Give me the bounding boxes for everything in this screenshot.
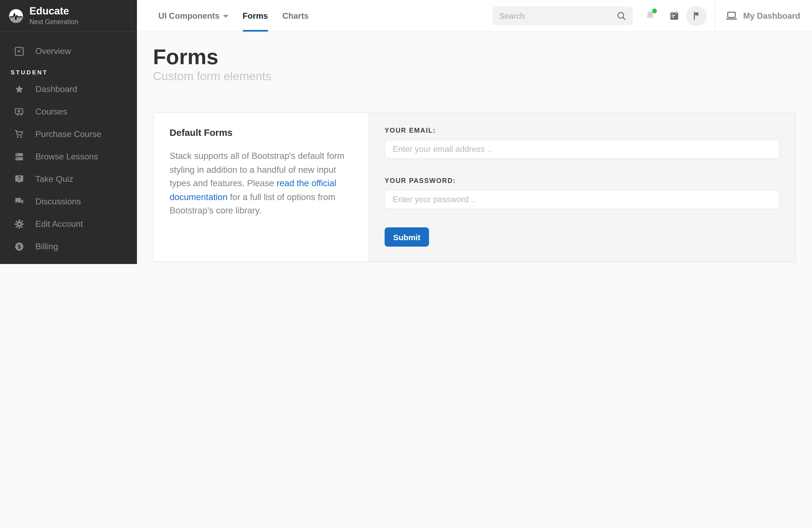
tab-forms[interactable]: Forms	[243, 0, 268, 31]
my-dashboard-label: My Dashboard	[743, 11, 800, 20]
main-content: Forms Custom form elements Default Forms…	[137, 32, 812, 264]
sidebar-item-take-quiz[interactable]: ? Take Quiz	[0, 168, 137, 190]
tab-label: Forms	[243, 11, 268, 20]
search-input[interactable]	[499, 11, 616, 20]
laptop-icon	[725, 10, 738, 22]
email-group: YOUR EMAIL:	[385, 127, 779, 159]
sidebar-item-label: Overview	[35, 46, 71, 56]
sidebar-item-overview[interactable]: Overview	[0, 40, 137, 62]
sidebar-item-label: Billing	[35, 242, 58, 252]
submit-button[interactable]: Submit	[385, 227, 429, 247]
sidebar-nav: Overview STUDENT Dashboard Courses Purc	[0, 32, 137, 264]
tab-label: Charts	[282, 11, 309, 20]
gear-icon	[14, 219, 25, 229]
password-group: YOUR PASSWORD:	[385, 177, 779, 209]
sidebar-item-student-dashboard[interactable]: Dashboard	[0, 78, 137, 101]
card-form-area: YOUR EMAIL: YOUR PASSWORD: Submit	[368, 113, 795, 261]
brand-logo-icon	[9, 8, 24, 23]
global-search	[493, 6, 633, 25]
search-icon[interactable]	[616, 11, 626, 21]
tab-ui-components[interactable]: UI Components	[158, 0, 228, 31]
tab-label: UI Components	[158, 11, 220, 20]
top-bar-actions: My Dashboard	[493, 0, 812, 31]
chevron-down-icon	[223, 15, 228, 18]
card-description: Stack supports all of Bootstrap's defaul…	[170, 149, 352, 218]
sidebar-item-label: Edit Account	[35, 219, 83, 229]
cart-icon	[14, 129, 25, 140]
overview-icon	[14, 46, 25, 57]
email-field[interactable]	[385, 140, 779, 159]
brand-name: Educate	[29, 6, 78, 17]
calendar-icon[interactable]	[669, 10, 680, 22]
tab-charts[interactable]: Charts	[282, 0, 309, 31]
page-subtitle: Custom form elements	[153, 70, 796, 84]
svg-text:$: $	[17, 243, 21, 250]
sidebar-item-label: Purchase Course	[35, 129, 101, 139]
notifications-bell-icon[interactable]	[644, 10, 656, 22]
sidebar-item-label: Browse Lessons	[35, 152, 98, 161]
sidebar-item-label: Dashboard	[35, 85, 77, 94]
brand[interactable]: Educate Next Generation	[0, 0, 137, 32]
card-info: Default Forms Stack supports all of Boot…	[154, 113, 368, 261]
question-bubble-icon: ?	[14, 174, 25, 185]
sidebar-item-billing[interactable]: $ Billing	[0, 236, 137, 258]
app-root: Educate Next Generation Overview STUDENT…	[0, 0, 812, 264]
sidebar-section-student: STUDENT	[0, 69, 137, 75]
sidebar-item-purchase-course[interactable]: Purchase Course	[0, 123, 137, 145]
sidebar-item-edit-account[interactable]: Edit Account	[0, 213, 137, 236]
card-title: Default Forms	[170, 127, 352, 139]
logout-icon	[14, 264, 25, 264]
dollar-circle-icon: $	[14, 241, 25, 252]
sidebar-item-student-courses[interactable]: Courses	[0, 101, 137, 123]
rows-icon	[14, 152, 25, 162]
top-bar-divider	[715, 0, 716, 31]
sidebar: Educate Next Generation Overview STUDENT…	[0, 0, 137, 264]
brand-tagline: Next Generation	[29, 18, 78, 26]
sidebar-item-discussions[interactable]: Discussions	[0, 190, 137, 213]
password-label: YOUR PASSWORD:	[385, 177, 779, 185]
card-default-forms: Default Forms Stack supports all of Boot…	[153, 112, 796, 262]
sidebar-item-label: Courses	[35, 107, 67, 117]
notification-dot	[652, 9, 657, 13]
flag-icon[interactable]	[686, 5, 707, 26]
sidebar-item-label: Take Quiz	[35, 174, 73, 184]
svg-text:?: ?	[18, 175, 20, 181]
top-bar: UI Components Forms Charts	[137, 0, 812, 32]
monitor-plus-icon	[14, 106, 25, 117]
sidebar-item-browse-lessons[interactable]: Browse Lessons	[0, 145, 137, 168]
chat-icon	[14, 196, 25, 207]
star-icon	[14, 84, 25, 95]
sidebar-item-label: Discussions	[35, 197, 81, 206]
sidebar-item-student-logout[interactable]: Logout	[0, 258, 137, 264]
email-label: YOUR EMAIL:	[385, 127, 779, 134]
my-dashboard-link[interactable]: My Dashboard	[725, 10, 800, 22]
password-field[interactable]	[385, 190, 779, 209]
top-tabs: UI Components Forms Charts	[158, 0, 309, 31]
page-title: Forms	[153, 45, 796, 69]
